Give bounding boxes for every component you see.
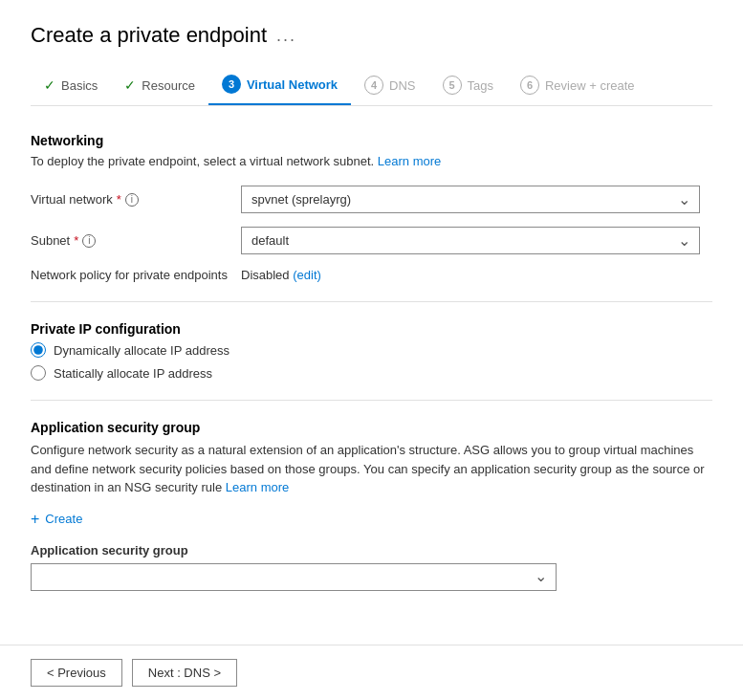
policy-label: Network policy for private endpoints xyxy=(31,268,241,282)
networking-section-title: Networking xyxy=(31,133,712,148)
step-basics[interactable]: ✓ Basics xyxy=(31,70,111,102)
networking-subtitle: To deploy the private endpoint, select a… xyxy=(31,154,712,168)
step-dns[interactable]: 4 DNS xyxy=(351,68,428,104)
networking-learn-more-link[interactable]: Learn more xyxy=(378,154,441,168)
virtual-network-select[interactable]: spvnet (sprelayrg) xyxy=(241,186,700,213)
step-tags[interactable]: 5 Tags xyxy=(429,68,507,104)
ip-config-section-title: Private IP configuration xyxy=(31,321,712,337)
asg-section: Application security group Configure net… xyxy=(31,420,712,591)
subnet-row: Subnet * i default xyxy=(31,227,712,254)
step-dns-label: DNS xyxy=(389,78,415,93)
policy-value-group: Disabled (edit) xyxy=(241,268,321,282)
previous-button[interactable]: < Previous xyxy=(31,659,122,687)
step-basics-label: Basics xyxy=(61,78,98,93)
page-title-ellipsis: ... xyxy=(276,26,296,46)
step-tags-label: Tags xyxy=(468,78,493,93)
subnet-control: default xyxy=(241,227,700,254)
asg-create-button[interactable]: + Create xyxy=(31,511,82,528)
asg-section-title: Application security group xyxy=(31,420,712,435)
divider-1 xyxy=(31,301,712,302)
required-star-subnet: * xyxy=(74,233,78,248)
network-policy-row: Network policy for private endpoints Dis… xyxy=(31,268,712,282)
step-circle-tags: 5 xyxy=(443,76,462,95)
content-area: Networking To deploy the private endpoin… xyxy=(31,133,712,610)
asg-description: Configure network security as a natural … xyxy=(31,441,712,497)
step-virtual-network-label: Virtual Network xyxy=(247,77,338,92)
policy-edit-link[interactable]: (edit) xyxy=(293,268,321,282)
subnet-label: Subnet * i xyxy=(31,233,241,248)
info-icon-subnet[interactable]: i xyxy=(82,234,96,248)
radio-dynamic[interactable]: Dynamically allocate IP address xyxy=(31,342,712,358)
next-button[interactable]: Next : DNS > xyxy=(132,659,237,687)
virtual-network-row: Virtual network * i spvnet (sprelayrg) xyxy=(31,186,712,213)
footer: < Previous Next : DNS > xyxy=(0,645,743,700)
asg-select[interactable] xyxy=(31,563,557,591)
page-header: Create a private endpoint ... xyxy=(31,23,712,48)
required-star-vnet: * xyxy=(117,192,121,207)
subnet-select[interactable]: default xyxy=(241,227,700,254)
asg-group-label: Application security group xyxy=(31,543,712,558)
step-virtual-network[interactable]: 3 Virtual Network xyxy=(208,67,351,105)
radio-static-input[interactable] xyxy=(31,365,46,381)
step-circle-vnet: 3 xyxy=(222,75,241,94)
virtual-network-control: spvnet (sprelayrg) xyxy=(241,186,700,213)
radio-static-label: Statically allocate IP address xyxy=(54,366,212,381)
check-icon: ✓ xyxy=(44,77,55,93)
radio-static[interactable]: Statically allocate IP address xyxy=(31,365,712,381)
virtual-network-select-wrapper: spvnet (sprelayrg) xyxy=(241,186,700,213)
ip-config-section: Dynamically allocate IP address Statical… xyxy=(31,342,712,381)
policy-value: Disabled xyxy=(241,268,290,282)
asg-select-wrapper xyxy=(31,563,557,591)
step-circle-dns: 4 xyxy=(364,76,383,95)
page-title: Create a private endpoint xyxy=(31,23,267,48)
radio-dynamic-input[interactable] xyxy=(31,342,46,358)
asg-create-label: Create xyxy=(45,512,82,526)
step-circle-review: 6 xyxy=(520,76,539,95)
radio-dynamic-label: Dynamically allocate IP address xyxy=(54,343,229,358)
wizard-steps: ✓ Basics ✓ Resource 3 Virtual Network 4 … xyxy=(31,67,712,106)
check-icon-resource: ✓ xyxy=(124,77,136,93)
step-review-create[interactable]: 6 Review + create xyxy=(507,68,648,104)
step-resource-label: Resource xyxy=(142,78,195,93)
asg-learn-more-link[interactable]: Learn more xyxy=(226,480,289,494)
subnet-select-wrapper: default xyxy=(241,227,700,254)
step-resource[interactable]: ✓ Resource xyxy=(111,70,208,102)
info-icon-vnet[interactable]: i xyxy=(125,193,139,207)
virtual-network-label: Virtual network * i xyxy=(31,192,241,207)
step-review-create-label: Review + create xyxy=(545,78,635,93)
divider-2 xyxy=(31,400,712,401)
plus-icon: + xyxy=(31,511,39,528)
